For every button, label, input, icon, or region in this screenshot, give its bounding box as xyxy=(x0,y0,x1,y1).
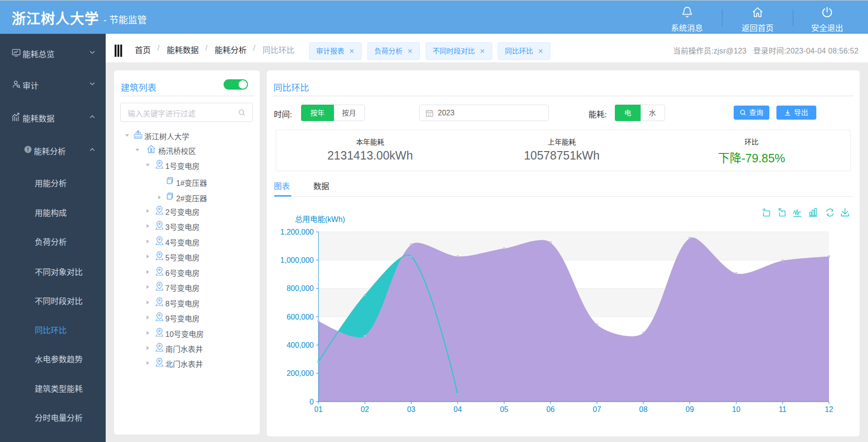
svg-text:0: 0 xyxy=(310,398,314,406)
svg-text:08: 08 xyxy=(639,405,648,413)
svg-text:1,000,000: 1,000,000 xyxy=(280,256,314,264)
svg-text:07: 07 xyxy=(593,405,601,413)
svg-text:12: 12 xyxy=(825,405,833,413)
svg-text:总用电能(kWh): 总用电能(kWh) xyxy=(295,215,345,223)
svg-text:06: 06 xyxy=(546,405,555,413)
svg-text:09: 09 xyxy=(686,405,694,413)
svg-text:11: 11 xyxy=(779,405,787,413)
svg-text:05: 05 xyxy=(500,405,508,413)
svg-text:10: 10 xyxy=(732,405,741,413)
svg-text:01: 01 xyxy=(314,405,323,413)
svg-text:400,000: 400,000 xyxy=(287,341,314,349)
svg-text:200,000: 200,000 xyxy=(287,369,314,377)
svg-text:04: 04 xyxy=(454,405,462,413)
svg-text:03: 03 xyxy=(407,405,416,413)
svg-text:600,000: 600,000 xyxy=(287,313,314,321)
svg-text:02: 02 xyxy=(361,405,369,413)
svg-text:800,000: 800,000 xyxy=(287,284,314,292)
svg-text:1,200,000: 1,200,000 xyxy=(280,228,314,236)
